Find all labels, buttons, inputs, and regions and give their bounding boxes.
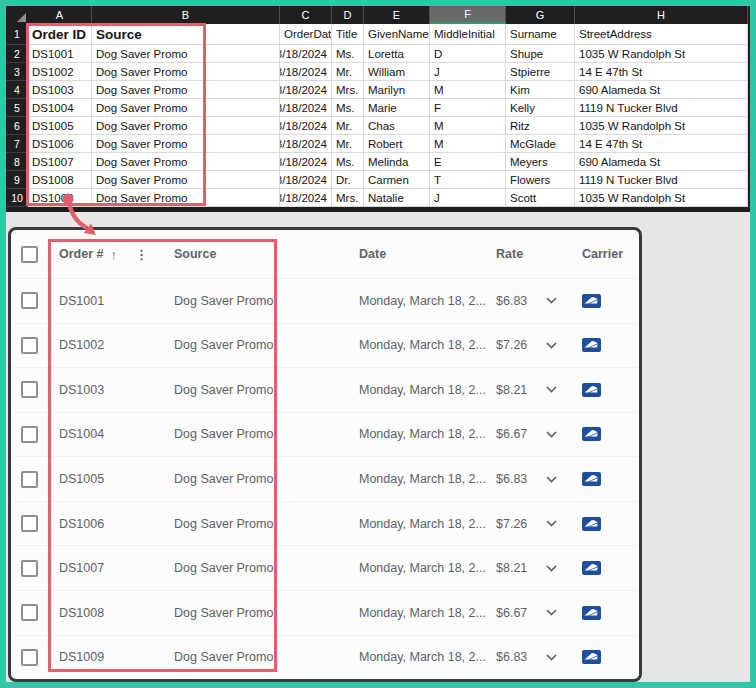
sheet-cell[interactable]: Mr.	[332, 63, 364, 81]
carrier-cell[interactable]	[572, 650, 639, 664]
sheet-cell[interactable]: DS1003	[28, 81, 92, 99]
row-checkbox[interactable]	[21, 337, 38, 354]
rate-chevron[interactable]	[546, 386, 557, 393]
chevron-down-icon[interactable]	[546, 476, 557, 483]
sheet-header-cell[interactable]: OrderDate	[280, 24, 332, 45]
sheet-cell[interactable]: Loretta	[364, 45, 430, 63]
sheet-cell[interactable]: J	[430, 63, 506, 81]
usps-carrier-icon[interactable]	[582, 427, 601, 441]
column-header-G[interactable]: G	[506, 6, 575, 24]
rate-dropdown[interactable]: $6.67	[486, 606, 572, 620]
sheet-cell[interactable]: DS1009	[28, 189, 92, 207]
row-checkbox[interactable]	[21, 649, 38, 666]
row-checkbox[interactable]	[21, 515, 38, 532]
rate-chevron[interactable]	[546, 476, 557, 483]
sheet-header-cell[interactable]: Order ID	[28, 24, 92, 45]
sheet-cell[interactable]: Flowers	[506, 171, 575, 189]
sheet-cell[interactable]: 1035 W Randolph St	[575, 189, 748, 207]
sheet-cell[interactable]: Dog Saver Promo	[92, 189, 280, 207]
column-header-C[interactable]: C	[280, 6, 332, 24]
usps-carrier-icon[interactable]	[582, 383, 601, 397]
sheet-cell[interactable]: Mrs.	[332, 189, 364, 207]
row-header-6[interactable]: 6	[6, 117, 28, 135]
row-header-2[interactable]: 2	[6, 45, 28, 63]
sheet-cell[interactable]: Kelly	[506, 99, 575, 117]
sheet-cell[interactable]: M	[430, 117, 506, 135]
sheet-cell[interactable]: 3/18/2024	[280, 117, 332, 135]
sheet-cell[interactable]: Ms.	[332, 45, 364, 63]
sheet-cell[interactable]: 690 Alameda St	[575, 81, 748, 99]
row-checkbox[interactable]	[21, 471, 38, 488]
sheet-cell[interactable]: Meyers	[506, 153, 575, 171]
sheet-cell[interactable]: Stpierre	[506, 63, 575, 81]
rate-chevron[interactable]	[546, 431, 557, 438]
select-all-corner[interactable]	[6, 6, 28, 24]
sheet-header-cell[interactable]: GivenName	[364, 24, 430, 45]
sheet-cell[interactable]: D	[430, 45, 506, 63]
rate-chevron[interactable]	[546, 342, 557, 349]
sheet-cell[interactable]: Dog Saver Promo	[92, 81, 280, 99]
sheet-cell[interactable]: M	[430, 135, 506, 153]
sheet-header-cell[interactable]: StreetAddress	[575, 24, 748, 45]
sheet-cell[interactable]: Dog Saver Promo	[92, 153, 280, 171]
sheet-cell[interactable]: 690 Alameda St	[575, 153, 748, 171]
rate-chevron[interactable]	[546, 565, 557, 572]
sheet-cell[interactable]: Chas	[364, 117, 430, 135]
sheet-cell[interactable]: DS1005	[28, 117, 92, 135]
sheet-header-cell[interactable]: Title	[332, 24, 364, 45]
sheet-cell[interactable]: J	[430, 189, 506, 207]
sheet-cell[interactable]: Dog Saver Promo	[92, 135, 280, 153]
sheet-cell[interactable]: Scott	[506, 189, 575, 207]
rate-chevron[interactable]	[546, 297, 557, 304]
sheet-cell[interactable]: Marie	[364, 99, 430, 117]
sheet-cell[interactable]: M	[430, 81, 506, 99]
chevron-down-icon[interactable]	[546, 654, 557, 661]
sort-ascending-icon[interactable]: ↑	[110, 247, 117, 262]
rate-dropdown[interactable]: $6.83	[486, 294, 572, 308]
carrier-cell[interactable]	[572, 472, 639, 486]
rate-dropdown[interactable]: $6.83	[486, 472, 572, 486]
sheet-cell[interactable]: Robert	[364, 135, 430, 153]
sheet-cell[interactable]: Dr.	[332, 171, 364, 189]
column-header-F[interactable]: F	[430, 6, 506, 24]
usps-carrier-icon[interactable]	[582, 650, 601, 664]
rate-dropdown[interactable]: $7.26	[486, 338, 572, 352]
row-header-1[interactable]: 1	[6, 24, 28, 45]
sheet-cell[interactable]: DS1007	[28, 153, 92, 171]
sheet-cell[interactable]: Dog Saver Promo	[92, 171, 280, 189]
sheet-cell[interactable]: Shupe	[506, 45, 575, 63]
sheet-cell[interactable]: 3/18/2024	[280, 171, 332, 189]
select-all-checkbox[interactable]	[21, 246, 38, 263]
sheet-cell[interactable]: Marilyn	[364, 81, 430, 99]
usps-carrier-icon[interactable]	[582, 338, 601, 352]
row-checkbox[interactable]	[21, 560, 38, 577]
sheet-cell[interactable]: DS1006	[28, 135, 92, 153]
column-header-A[interactable]: A	[28, 6, 92, 24]
sheet-cell[interactable]: Dog Saver Promo	[92, 63, 280, 81]
column-header-D[interactable]: D	[332, 6, 364, 24]
chevron-down-icon[interactable]	[546, 342, 557, 349]
sheet-cell[interactable]: 14 E 47th St	[575, 135, 748, 153]
row-header-7[interactable]: 7	[6, 135, 28, 153]
usps-carrier-icon[interactable]	[582, 294, 601, 308]
row-checkbox[interactable]	[21, 426, 38, 443]
sheet-cell[interactable]: Dog Saver Promo	[92, 45, 280, 63]
carrier-cell[interactable]	[572, 517, 639, 531]
row-header-3[interactable]: 3	[6, 63, 28, 81]
sheet-header-cell[interactable]: Surname	[506, 24, 575, 45]
carrier-cell[interactable]	[572, 606, 639, 620]
chevron-down-icon[interactable]	[546, 386, 557, 393]
sheet-cell[interactable]: Ms.	[332, 99, 364, 117]
column-header-H[interactable]: H	[575, 6, 748, 24]
row-checkbox[interactable]	[21, 604, 38, 621]
usps-carrier-icon[interactable]	[582, 561, 601, 575]
sheet-cell[interactable]: 3/18/2024	[280, 135, 332, 153]
sheet-cell[interactable]: Mr.	[332, 135, 364, 153]
sheet-cell[interactable]: McGlade	[506, 135, 575, 153]
carrier-cell[interactable]	[572, 427, 639, 441]
sheet-cell[interactable]: Kim	[506, 81, 575, 99]
sheet-cell[interactable]: DS1002	[28, 63, 92, 81]
rate-chevron[interactable]	[546, 654, 557, 661]
rate-column-header[interactable]: Rate	[486, 247, 572, 261]
column-header-B[interactable]: B	[92, 6, 280, 24]
